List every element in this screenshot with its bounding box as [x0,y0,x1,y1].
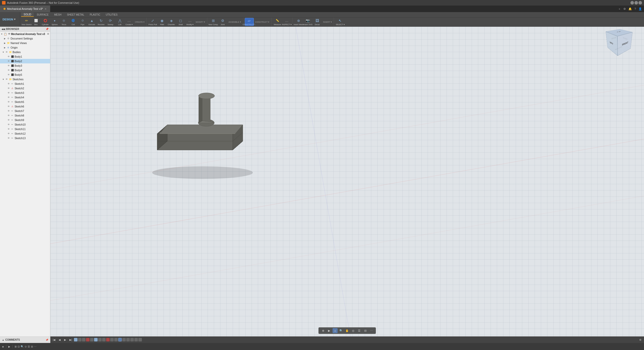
measure-button[interactable]: 📏 Measure [273,18,282,26]
root-expand-icon[interactable]: ▼ [1,33,3,35]
sketch2-eye-icon[interactable]: 👁 [7,87,10,90]
tree-item-sketch7[interactable]: 👁 ✏ Sketch7 [0,109,50,113]
tree-root-item[interactable]: ▼ 📋 👁 Mechanical Anomaly Test v3 ⚙ [0,32,50,36]
sketch10-eye-icon[interactable]: 👁 [7,123,10,126]
nav-more-button[interactable]: ⋯ [369,328,374,333]
bodies-eye-icon[interactable]: 👁 [5,51,8,54]
status-icon-4[interactable]: ⊡ [18,345,20,348]
sketch6-eye-icon[interactable]: 👁 [7,105,10,108]
status-icon-3[interactable]: ⊞ [15,345,17,348]
joint-button[interactable]: ⚙ Joint [218,18,227,26]
new-component-button[interactable]: ⊞ New Comp. [209,18,218,26]
sketch12-eye-icon[interactable]: 👁 [7,132,10,135]
extrude-button[interactable]: ▲ Extrude [87,18,96,26]
chamfer-button[interactable]: ◈ Chamfer [167,18,176,26]
active-tab[interactable]: Mechanical Anomaly Test v3* ✕ [0,6,50,12]
timeline-forward-button[interactable]: ▶| [68,337,73,342]
display-mode-button[interactable]: ☰ [357,328,362,333]
sketch3-eye-icon[interactable]: 👁 [7,91,10,94]
tree-item-body5[interactable]: 👁 ⬛ Body5 [0,72,50,77]
bodies-expand-icon[interactable]: ▼ [2,51,5,53]
insert-mesh-button[interactable]: ⊕ Insert Mesh [294,18,303,26]
tl-item-3[interactable] [86,338,90,341]
tab-user-icon[interactable]: 👤 [638,7,642,11]
tree-item-sketch13[interactable]: 👁 ✏ Sketch13 [0,136,50,140]
cylinder-button[interactable]: ⭕ Cylinder [41,18,50,26]
tl-item-current[interactable] [118,338,122,341]
tree-item-sketch5[interactable]: 👁 ✏ Sketch5 [0,100,50,104]
tab-surface[interactable]: SURFACE [34,13,51,17]
body2-eye-icon[interactable]: 👁 [7,60,10,63]
status-icon-7[interactable]: ☰ [28,345,30,348]
close-button[interactable] [638,1,642,5]
pipe-button[interactable]: ⊙ Pipe [78,18,87,26]
tree-item-sketch12[interactable]: 👁 ✏ Sketch12 [0,131,50,136]
minimize-button[interactable] [630,1,634,5]
tab-notify-icon[interactable]: 🔔 [628,7,632,11]
tl-item-12[interactable] [126,338,130,341]
sketch8-eye-icon[interactable]: 👁 [7,114,10,117]
home-view-button[interactable]: ⌂ [333,328,338,333]
viewcube-box[interactable]: TOP FRONT RIGHT BACK LEFT BOTTOM [611,30,625,51]
tree-item-body2[interactable]: 👁 ⬛ Body2 [0,59,50,63]
sketch1-eye-icon[interactable]: 👁 [7,82,10,85]
tl-item-8[interactable] [106,338,110,341]
status-icon-2[interactable]: ▶ [8,345,10,348]
tab-settings-icon[interactable]: ⚙ [623,7,626,11]
create-more-button[interactable]: … Create ▾ [125,18,134,26]
tl-item-2[interactable] [82,338,86,341]
look-at-button[interactable]: ◎ [351,328,356,333]
tree-item-sketch9[interactable]: 👁 ✏ Sketch9 [0,118,50,122]
tl-item-15[interactable] [138,338,142,341]
fillet-button[interactable]: ◉ Fillet [157,18,167,26]
tab-add-icon[interactable]: ＋ [618,7,621,11]
sphere-button[interactable]: ● Sphere [50,18,59,26]
modify-more-button[interactable]: … Modify ▾ [185,18,194,26]
tl-item-14[interactable] [134,338,138,341]
sweep-button[interactable]: ⟳ Sweep [106,18,115,26]
status-icon-5[interactable]: 🔍 [21,345,24,348]
inspect-more-button[interactable]: … INSPECT ▾ [282,18,291,26]
body5-eye-icon[interactable]: 👁 [7,73,10,76]
tree-item-sketch11[interactable]: 👁 ✏ Sketch11 [0,127,50,131]
timeline-play-button[interactable]: ▶ [63,337,67,342]
tab-utilities[interactable]: UTILITIES [103,13,120,17]
timeline-rewind-button[interactable]: |◀ [52,337,56,342]
torus-button[interactable]: ◎ Torus [59,18,68,26]
sketch5-eye-icon[interactable]: 👁 [7,100,10,103]
sketches-expand-icon[interactable]: ▼ [2,78,5,81]
root-settings-icon[interactable]: ⚙ [47,33,49,35]
solid-box-button[interactable]: ⬜ Box [31,18,41,26]
tree-item-named-views[interactable]: ▶ 📁 Named Views [0,41,50,45]
status-icon-8[interactable]: ⊟ [31,345,33,348]
tl-item-5[interactable] [94,338,98,341]
orbit-button[interactable]: ⊕ [320,328,326,333]
tl-item-9[interactable] [110,338,114,341]
offset-plane-button[interactable]: ▱ CONSTRUCT - [245,18,254,26]
viewcube[interactable]: TOP FRONT RIGHT BACK LEFT BOTTOM N [609,32,629,52]
tree-item-sketch1[interactable]: 👁 ✏ Sketch1 [0,82,50,86]
timeline-back-button[interactable]: ◀ [57,337,62,342]
tab-plastic[interactable]: PLASTIC [87,13,103,17]
sketches-eye-icon[interactable]: 👁 [5,78,8,81]
tree-item-body4[interactable]: 👁 ⬛ Body4 [0,68,50,72]
revolve-button[interactable]: ↻ Revolve [97,18,106,26]
tree-item-sketch10[interactable]: 👁 ✏ Sketch10 [0,122,50,127]
browser-expand-icon[interactable]: ◀◀ [2,28,5,30]
body4-eye-icon[interactable]: 👁 [7,69,10,72]
tl-item-6[interactable] [98,338,102,341]
maximize-button[interactable] [634,1,638,5]
tl-item-10[interactable] [114,338,118,341]
sketch11-eye-icon[interactable]: 👁 [7,128,10,131]
tab-sheet-metal[interactable]: SHEET METAL [64,13,87,17]
timeline-settings-icon[interactable]: ⚙ [638,337,642,342]
sketch13-eye-icon[interactable]: 👁 [7,137,10,140]
tree-item-bodies[interactable]: ▼ 👁 📁 Bodies [0,50,50,54]
tl-item-11[interactable] [122,338,126,341]
status-icon-1[interactable]: ◈ [2,345,4,348]
comments-pin-icon[interactable]: 📌 [46,339,48,341]
new-sketch-button[interactable]: ✏ New Sketch [22,18,31,26]
tl-item-13[interactable] [130,338,134,341]
zoom-button[interactable]: 🔍 [339,328,344,333]
origin-expand-icon[interactable]: ▶ [4,46,6,49]
